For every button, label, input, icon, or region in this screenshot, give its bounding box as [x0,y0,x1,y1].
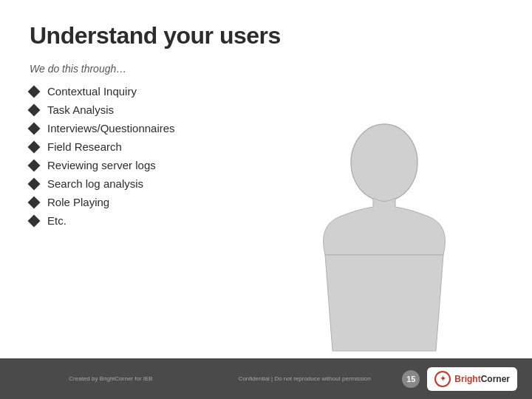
list-item: Field Research [30,137,347,156]
list-item: Role Playing [30,193,347,211]
logo-star-icon: ✦ [440,374,446,383]
bullet-text: Search log analysis [47,177,143,190]
bullet-icon [28,122,41,134]
list-item: Task Analysis [30,100,347,119]
bullet-icon [28,177,41,190]
person-silhouette [310,122,458,351]
footer-center: Confidential | Do not reproduce without … [207,375,402,382]
bullet-text: Reviewing server logs [47,159,156,171]
bullet-text: Etc. [47,214,66,227]
bullet-icon [28,196,41,208]
bullet-list: Contextual Inquiry Task Analysis Intervi… [30,82,347,230]
bullet-icon [28,214,41,227]
bullet-text: Field Research [47,140,122,153]
slide: Understand your users We do this through… [0,0,532,399]
list-item: Contextual Inquiry [30,82,347,100]
footer-left: Created by BrightCorner for IEB [15,375,207,382]
subtitle: We do this through… [30,63,347,75]
footer-right: 15 ✦ BrightCorner [402,367,517,391]
bullet-text: Task Analysis [47,103,114,116]
slide-title: Understand your users [30,22,502,50]
logo-box: ✦ BrightCorner [427,367,517,391]
list-item: Reviewing server logs [30,156,347,174]
page-number: 15 [402,370,420,388]
bullet-icon [28,103,41,116]
list-item: Etc. [30,211,347,230]
list-item: Interviews/Questionnaires [30,119,347,137]
bullet-icon [28,140,41,153]
list-item: Search log analysis [30,174,347,193]
footer-bar: Created by BrightCorner for IEB Confiden… [0,358,532,399]
logo-icon: ✦ [434,371,451,387]
bullet-text: Interviews/Questionnaires [47,122,175,134]
logo-text: BrightCorner [454,374,510,384]
bullet-icon [28,159,41,171]
content-area: We do this through… Contextual Inquiry T… [30,63,502,230]
svg-point-0 [351,124,417,201]
bullet-text: Role Playing [47,196,109,208]
text-content: We do this through… Contextual Inquiry T… [30,63,347,230]
bullet-icon [28,85,41,98]
bullet-text: Contextual Inquiry [47,85,137,98]
